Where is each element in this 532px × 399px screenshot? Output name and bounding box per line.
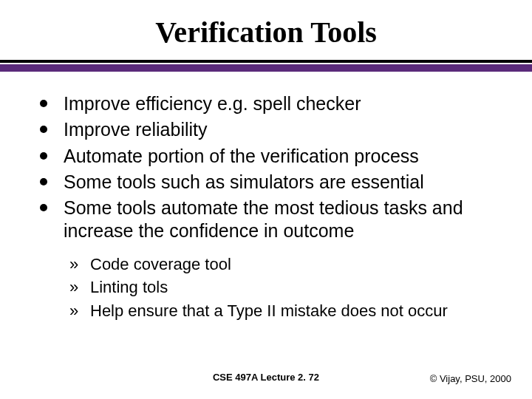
bullet-list: Improve efficiency e.g. spell checker Im… <box>40 92 507 322</box>
list-item: Some tools such as simulators are essent… <box>40 171 507 194</box>
rule-purple <box>0 64 532 72</box>
sub-bullet-text: Linting tols <box>90 278 168 296</box>
bullet-text: Some tools such as simulators are essent… <box>64 171 424 192</box>
bullet-text: Automate portion of the verification pro… <box>64 146 419 166</box>
list-item: Automate portion of the verification pro… <box>40 145 507 168</box>
title-underline <box>0 60 532 72</box>
content-area: Improve efficiency e.g. spell checker Im… <box>0 72 532 322</box>
page-title: Verification Tools <box>0 15 532 50</box>
sub-list-item: Help ensure that a Type II mistake does … <box>69 300 507 322</box>
footer-copyright: © Vijay, PSU, 2000 <box>430 373 511 384</box>
list-item: Some tools automate the most tedious tas… <box>40 197 507 322</box>
bullet-text: Improve efficiency e.g. spell checker <box>64 93 361 114</box>
bullet-text: Some tools automate the most tedious tas… <box>64 197 463 241</box>
sub-list-item: Linting tols <box>69 276 507 299</box>
sub-bullet-text: Help ensure that a Type II mistake does … <box>90 301 448 320</box>
rule-black <box>0 60 532 63</box>
sub-list-item: Code coverage tool <box>69 253 507 276</box>
sub-bullet-text: Code coverage tool <box>90 255 231 273</box>
slide: Verification Tools Improve efficiency e.… <box>0 0 532 399</box>
sub-bullet-list: Code coverage tool Linting tols Help ens… <box>69 253 507 322</box>
list-item: Improve efficiency e.g. spell checker <box>40 92 507 115</box>
list-item: Improve reliability <box>40 118 507 141</box>
bullet-text: Improve reliability <box>64 119 208 140</box>
